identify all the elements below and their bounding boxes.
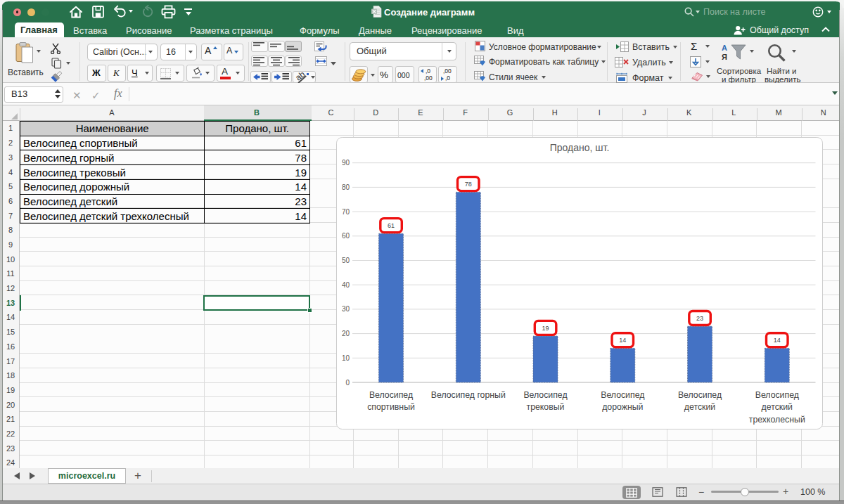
- svg-text:20: 20: [342, 330, 350, 337]
- svg-text:0: 0: [345, 379, 350, 387]
- svg-text:90: 90: [342, 159, 350, 167]
- svg-text:30: 30: [342, 305, 350, 313]
- svg-text:70: 70: [342, 208, 350, 216]
- svg-text:Продано, шт.: Продано, шт.: [550, 142, 610, 153]
- svg-text:Велосипед горный: Велосипед горный: [431, 390, 506, 400]
- svg-text:61: 61: [388, 222, 395, 229]
- svg-text:10: 10: [342, 354, 350, 362]
- svg-text:78: 78: [465, 181, 472, 188]
- svg-text:19: 19: [542, 325, 549, 332]
- svg-text:50: 50: [342, 257, 350, 264]
- svg-text:14: 14: [774, 337, 781, 344]
- svg-text:14: 14: [619, 337, 626, 344]
- svg-text:60: 60: [342, 232, 350, 240]
- svg-text:Я: Я: [722, 53, 727, 61]
- svg-text:80: 80: [342, 183, 350, 191]
- svg-text:23: 23: [696, 315, 703, 322]
- svg-text:40: 40: [342, 281, 350, 289]
- svg-text:А: А: [722, 44, 727, 52]
